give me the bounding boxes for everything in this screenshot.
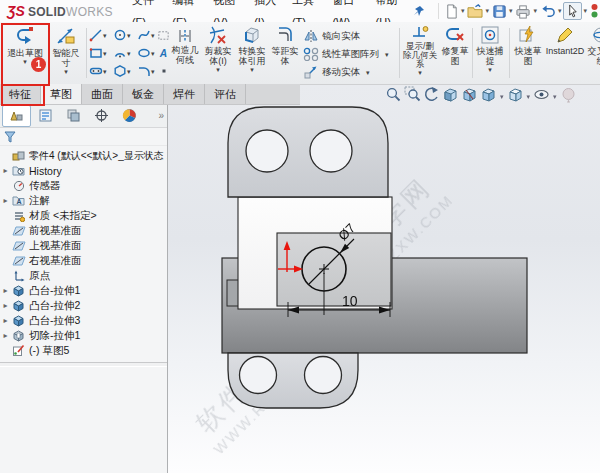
chevron-down-icon[interactable]: ▾ [103, 50, 107, 57]
point-tool-button[interactable] [158, 63, 170, 79]
chevron-down-icon[interactable]: ▾ [500, 93, 504, 101]
tree-item-cut-extrude1[interactable]: ▸ 切除-拉伸1 [0, 328, 167, 343]
configuration-manager-tab[interactable] [60, 106, 87, 126]
chevron-down-icon[interactable]: ▾ [151, 50, 155, 57]
zoom-to-area-button[interactable] [404, 86, 421, 107]
quick-snaps-button[interactable]: 快速捕捉 ▾ [475, 25, 505, 73]
tree-item-material[interactable]: 材质 <未指定> [0, 208, 167, 223]
expand-arrow-icon[interactable]: ▸ [0, 301, 11, 310]
chevron-down-icon[interactable]: ▾ [533, 7, 537, 15]
tree-item-history[interactable]: ▸ History [0, 163, 167, 178]
tree-item-sensors[interactable]: 传感器 [0, 178, 167, 193]
tree-item-front-plane[interactable]: 前视基准面 [0, 223, 167, 238]
chevron-down-icon[interactable]: ▾ [366, 69, 370, 76]
repair-sketch-button[interactable]: 修复草图 [440, 25, 470, 66]
display-delete-relations-button[interactable]: 显示/删除几何关系 ▾ [402, 25, 438, 76]
filter-funnel-icon[interactable] [4, 131, 16, 143]
tree-item-boss-extrude2[interactable]: ▸ 凸台-拉伸2 [0, 298, 167, 313]
chevron-down-icon[interactable]: ▾ [151, 32, 155, 39]
chevron-down-icon[interactable]: ▾ [250, 66, 254, 73]
display-style-button[interactable] [507, 86, 524, 107]
chevron-down-icon[interactable]: ▾ [488, 66, 492, 73]
expand-arrow-icon[interactable]: ▸ [0, 316, 11, 325]
chevron-down-icon[interactable]: ▾ [583, 7, 587, 15]
chevron-down-icon[interactable]: ▾ [485, 7, 489, 15]
chevron-down-icon[interactable]: ▾ [558, 7, 562, 15]
intersection-curve-button[interactable]: 交叉曲线 [586, 25, 600, 66]
feature-manager-tab[interactable] [2, 105, 31, 127]
chevron-down-icon[interactable]: ▾ [418, 69, 422, 76]
construction-frame-button[interactable] [157, 27, 170, 43]
select-tool-button[interactable] [563, 2, 582, 20]
tab-evaluate[interactable]: 评估 [205, 84, 246, 104]
view-orientation-button[interactable] [480, 86, 497, 107]
tab-weldments[interactable]: 焊件 [164, 84, 205, 104]
undo-button[interactable] [539, 3, 557, 20]
construction-geometry-button[interactable]: 构造几何线 [170, 28, 200, 65]
expand-arrow-icon[interactable]: ▸ [0, 286, 11, 295]
expand-arrow-icon[interactable]: ▸ [0, 166, 11, 175]
tree-item-annotations[interactable]: ▸ A 注解 [0, 193, 167, 208]
print-button[interactable] [514, 3, 532, 20]
tree-item-right-plane[interactable]: 右视基准面 [0, 253, 167, 268]
expand-arrow-icon[interactable]: ▸ [0, 196, 11, 205]
zoom-to-fit-button[interactable] [385, 86, 402, 107]
move-entities-button[interactable]: 移动实体 ▾ [303, 64, 370, 80]
ellipse-tool-button[interactable]: ▾ [137, 45, 155, 61]
chevron-down-icon[interactable]: ▾ [127, 50, 131, 57]
chevron-down-icon[interactable]: ▾ [127, 68, 131, 75]
trim-entities-button[interactable]: 剪裁实体(I) ▾ [202, 25, 234, 73]
property-manager-tab[interactable] [32, 106, 59, 126]
smart-dimension-button[interactable]: 智能尺寸 ▾ [49, 25, 83, 75]
tree-item-boss-extrude3[interactable]: ▸ 凸台-拉伸3 [0, 313, 167, 328]
sketch-text-button[interactable]: A [157, 45, 170, 61]
sketch-fillet-button[interactable]: ▾ [137, 63, 155, 79]
tree-root[interactable]: 零件4 (默认<<默认>_显示状态 1>) [0, 148, 167, 163]
panel-flyout-arrow[interactable]: » [158, 110, 164, 121]
tree-item-top-plane[interactable]: 上视基准面 [0, 238, 167, 253]
pin-menu-icon[interactable] [412, 4, 426, 18]
tree-item-boss-extrude1[interactable]: ▸ 凸台-拉伸1 [0, 283, 167, 298]
chevron-down-icon[interactable]: ▾ [216, 66, 220, 73]
straight-slot-button[interactable]: ▾ [89, 63, 107, 79]
chevron-down-icon[interactable]: ▾ [103, 32, 107, 39]
tree-item-origin[interactable]: 原点 [0, 268, 167, 283]
chevron-down-icon[interactable]: ▾ [385, 51, 389, 58]
chevron-down-icon[interactable]: ▾ [553, 93, 557, 101]
tab-surfaces[interactable]: 曲面 [82, 84, 123, 104]
centerpoint-arc-button[interactable]: ▾ [113, 45, 131, 61]
chevron-down-icon[interactable]: ▾ [151, 68, 155, 75]
spline-tool-button[interactable]: ▾ [137, 27, 155, 43]
chevron-down-icon[interactable]: ▾ [64, 68, 68, 75]
mirror-entities-button[interactable]: 镜向实体 [303, 28, 360, 44]
rapid-sketch-button[interactable]: 快速草图 [513, 25, 543, 66]
hide-show-items-button[interactable] [533, 86, 550, 107]
chevron-down-icon[interactable]: ▾ [103, 68, 107, 75]
tab-features[interactable]: 特征 [0, 84, 41, 104]
save-button[interactable] [491, 3, 508, 20]
expand-arrow-icon[interactable]: ▸ [0, 331, 11, 340]
graphics-area[interactable]: 软件自学网 WWW.RJZXW.COM 软件自学网 WWW.RJZXW.COM [168, 84, 600, 473]
panel-splitter[interactable] [0, 362, 167, 367]
previous-view-button[interactable] [423, 86, 440, 107]
chevron-down-icon[interactable]: ▾ [23, 58, 27, 65]
polygon-tool-button[interactable]: ▾ [113, 63, 131, 79]
display-manager-tab[interactable] [116, 106, 143, 126]
dimxpert-manager-tab[interactable] [88, 106, 115, 126]
chevron-down-icon[interactable]: ▾ [509, 7, 513, 15]
tab-sketch[interactable]: 草图 [41, 84, 82, 104]
edit-appearance-button[interactable] [560, 86, 577, 107]
circle-tool-button[interactable]: ▾ [113, 27, 131, 43]
view-selector-button[interactable] [461, 86, 478, 107]
chevron-down-icon[interactable]: ▾ [127, 32, 131, 39]
chevron-down-icon[interactable]: ▾ [527, 93, 531, 101]
tab-sheet-metal[interactable]: 钣金 [123, 84, 164, 104]
linear-sketch-pattern-button[interactable]: 线性草图阵列 ▾ [303, 46, 389, 62]
rebuild-lights-icon[interactable] [589, 2, 600, 20]
new-document-button[interactable] [443, 3, 460, 20]
model-top-hole-left[interactable] [246, 130, 288, 172]
model-bottom-hole-right[interactable] [305, 357, 342, 394]
chevron-down-icon[interactable]: ▾ [461, 7, 465, 15]
open-document-button[interactable] [466, 3, 484, 20]
line-tool-button[interactable]: ▾ [89, 27, 107, 43]
